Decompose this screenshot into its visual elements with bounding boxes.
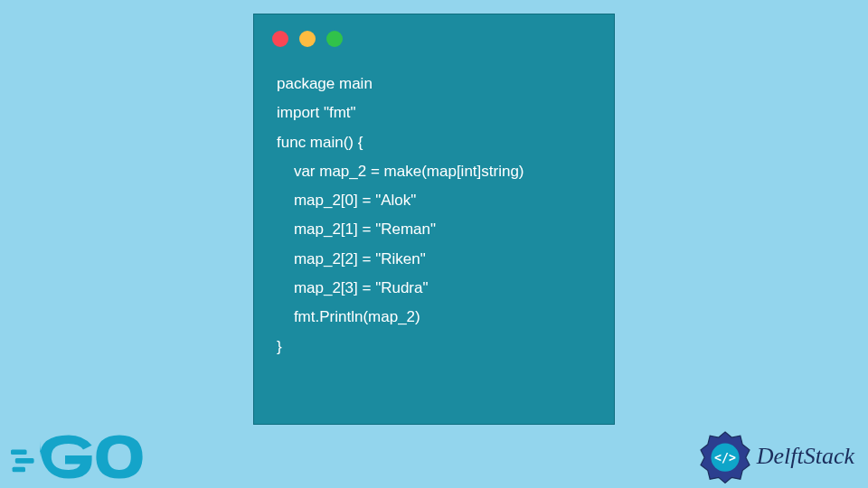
svg-text:</>: </> — [714, 451, 736, 465]
code-line: map_2[3] = "Rudra" — [277, 274, 591, 303]
code-line: map_2[2] = "Riken" — [277, 245, 591, 274]
code-line: func main() { — [277, 128, 591, 157]
code-line: } — [277, 333, 591, 361]
delftstack-badge-icon: </> — [698, 429, 752, 483]
go-logo-icon — [11, 427, 156, 486]
code-content: package main import "fmt" func main() { … — [254, 56, 614, 375]
code-line: import "fmt" — [277, 99, 591, 127]
delftstack-text: DelftStack — [757, 443, 854, 470]
code-line: map_2[1] = "Reman" — [277, 215, 591, 244]
minimize-dot-icon — [299, 31, 316, 47]
svg-rect-2 — [13, 467, 25, 473]
code-line: map_2[0] = "Alok" — [277, 186, 591, 215]
go-logo — [11, 427, 156, 486]
code-line: var map_2 = make(map[int]string) — [277, 157, 591, 186]
code-window: package main import "fmt" func main() { … — [253, 14, 615, 425]
maximize-dot-icon — [326, 31, 343, 47]
delftstack-logo: </> DelftStack — [698, 429, 854, 483]
svg-rect-0 — [11, 450, 27, 455]
code-line: package main — [277, 70, 591, 99]
close-dot-icon — [272, 31, 288, 47]
code-line: fmt.Println(map_2) — [277, 303, 591, 332]
svg-rect-1 — [15, 458, 34, 464]
window-controls — [254, 14, 614, 56]
